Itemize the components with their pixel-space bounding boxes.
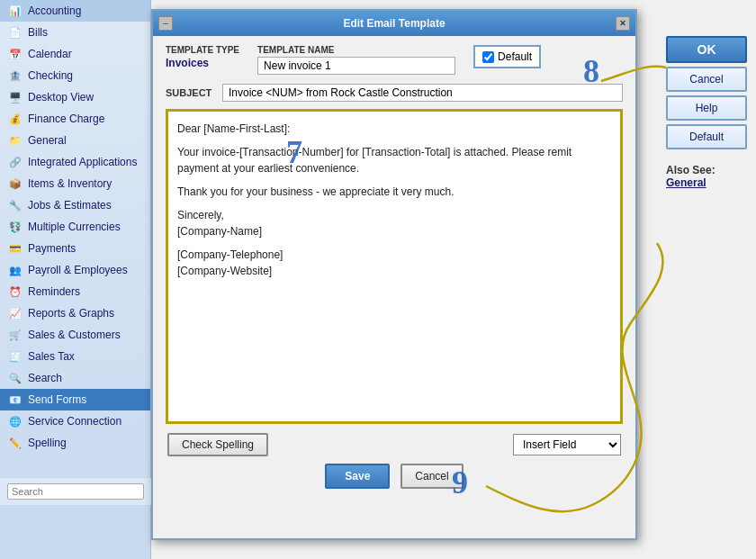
sidebar-item-integrated-applications[interactable]: 🔗Integrated Applications: [0, 151, 150, 173]
also-see-label: Also See:: [666, 164, 747, 176]
sidebar-label-14: Reports & Graphs: [28, 307, 114, 320]
sidebar-icon-17: 🔍: [7, 370, 23, 386]
minimize-button[interactable]: ─: [158, 16, 173, 31]
sidebar-icon-12: 👥: [7, 262, 23, 278]
sidebar-item-payments[interactable]: 💳Payments: [0, 238, 150, 259]
template-name-group: TEMPLATE NAME: [257, 45, 455, 75]
sidebar-label-3: Checking: [28, 69, 73, 82]
template-type-value: Invoices: [166, 57, 239, 69]
template-name-input[interactable]: [257, 57, 455, 75]
dialog-titlebar: ─ Edit Email Template ✕: [153, 11, 635, 36]
cancel-button[interactable]: Cancel: [666, 67, 747, 92]
sidebar-item-reports---graphs[interactable]: 📈Reports & Graphs: [0, 302, 150, 324]
sidebar-label-10: Multiple Currencies: [28, 221, 121, 233]
sidebar-icon-18: 📧: [7, 392, 23, 408]
template-name-label: TEMPLATE NAME: [257, 45, 455, 55]
sidebar-icon-14: 📈: [7, 305, 23, 321]
cancel-dialog-button[interactable]: Cancel: [400, 464, 463, 489]
sidebar-item-desktop-view[interactable]: 🖥️Desktop View: [0, 86, 150, 108]
sidebar-label-1: Bills: [28, 26, 48, 39]
sidebar-label-15: Sales & Customers: [28, 329, 121, 341]
sidebar-item-payroll---employees[interactable]: 👥Payroll & Employees: [0, 259, 150, 281]
sidebar-label-16: Sales Tax: [28, 350, 75, 363]
also-see-section: Also See: General: [666, 164, 747, 189]
default-checkbox-label: Default: [498, 50, 532, 63]
sidebar-label-0: Accounting: [28, 5, 81, 17]
sidebar-icon-7: 🔗: [7, 154, 23, 170]
template-type-label: TEMPLATE TYPE: [166, 45, 239, 55]
right-panel: OK Cancel Help Default Also See: General: [666, 36, 747, 189]
sidebar-icon-2: 📅: [7, 46, 23, 62]
sidebar-label-8: Items & Inventory: [28, 177, 112, 190]
default-button[interactable]: Default: [666, 124, 747, 149]
close-button[interactable]: ✕: [616, 16, 630, 31]
sidebar-item-items---inventory[interactable]: 📦Items & Inventory: [0, 173, 150, 194]
default-check[interactable]: [482, 51, 494, 63]
sidebar-icon-3: 🏦: [7, 68, 23, 84]
sidebar-label-19: Service Connection: [28, 415, 122, 428]
sidebar-item-calendar[interactable]: 📅Calendar: [0, 43, 150, 65]
check-spelling-button[interactable]: Check Spelling: [167, 433, 268, 456]
sidebar-label-20: Spelling: [28, 437, 67, 449]
sidebar-icon-19: 🌐: [7, 413, 23, 429]
sidebar-label-6: General: [28, 134, 67, 147]
sidebar-item-checking[interactable]: 🏦Checking: [0, 65, 150, 86]
sidebar-icon-5: 💰: [7, 111, 23, 127]
sidebar-icon-0: 📊: [7, 3, 23, 19]
save-cancel-row: Save Cancel: [166, 464, 623, 489]
sidebar-icon-13: ⏰: [7, 284, 23, 300]
template-type-group: TEMPLATE TYPE Invoices: [166, 45, 239, 69]
sidebar: 📊Accounting📄Bills📅Calendar🏦Checking🖥️Des…: [0, 0, 151, 559]
sidebar-icon-1: 📄: [7, 24, 23, 41]
dialog-body: TEMPLATE TYPE Invoices TEMPLATE NAME Def…: [153, 36, 635, 498]
sidebar-item-reminders[interactable]: ⏰Reminders: [0, 281, 150, 302]
subject-label: SUBJECT: [166, 87, 215, 98]
save-button[interactable]: Save: [325, 464, 390, 489]
sidebar-icon-6: 📁: [7, 132, 23, 149]
sidebar-label-18: Send Forms: [28, 393, 86, 406]
sidebar-label-5: Finance Charge: [28, 113, 104, 125]
sidebar-icon-9: 🔧: [7, 197, 23, 213]
insert-field-row: Insert Field: [513, 434, 621, 455]
sidebar-icon-20: ✏️: [7, 435, 23, 451]
sidebar-label-13: Reminders: [28, 285, 80, 298]
sidebar-item-search[interactable]: 🔍Search: [0, 367, 150, 389]
sidebar-item-multiple-currencies[interactable]: 💱Multiple Currencies: [0, 216, 150, 238]
sidebar-item-jobs---estimates[interactable]: 🔧Jobs & Estimates: [0, 194, 150, 216]
sidebar-item-send-forms[interactable]: 📧Send Forms: [0, 389, 150, 410]
sidebar-icon-16: 🧾: [7, 348, 23, 365]
sidebar-label-9: Jobs & Estimates: [28, 199, 112, 212]
sidebar-icon-11: 💳: [7, 240, 23, 257]
help-button[interactable]: Help: [666, 95, 747, 121]
general-link[interactable]: General: [666, 176, 747, 189]
sidebar-item-service-connection[interactable]: 🌐Service Connection: [0, 410, 150, 432]
sidebar-label-11: Payments: [28, 242, 76, 255]
search-input[interactable]: [7, 483, 144, 500]
dialog-bottom-bar: Check Spelling Insert Field: [166, 433, 623, 456]
sidebar-icon-15: 🛒: [7, 327, 23, 343]
dialog-title: Edit Email Template: [343, 17, 445, 30]
sidebar-label-12: Payroll & Employees: [28, 264, 128, 276]
sidebar-label-17: Search: [28, 372, 62, 384]
sidebar-icon-4: 🖥️: [7, 89, 23, 105]
sidebar-label-4: Desktop View: [28, 91, 94, 104]
sidebar-icon-8: 📦: [7, 176, 23, 192]
subject-input[interactable]: [222, 84, 623, 102]
sidebar-item-spelling[interactable]: ✏️Spelling: [0, 432, 150, 454]
sidebar-item-finance-charge[interactable]: 💰Finance Charge: [0, 108, 150, 130]
template-info-row: TEMPLATE TYPE Invoices TEMPLATE NAME Def…: [166, 45, 623, 75]
sidebar-icon-10: 💱: [7, 219, 23, 235]
sidebar-label-7: Integrated Applications: [28, 156, 137, 168]
edit-email-template-dialog: ─ Edit Email Template ✕ TEMPLATE TYPE In…: [151, 9, 637, 540]
sidebar-label-2: Calendar: [28, 48, 72, 60]
email-body[interactable]: Dear [Name-First-Last]: Your invoice-[Tr…: [166, 109, 623, 424]
default-checkbox[interactable]: Default: [473, 45, 541, 68]
sidebar-item-sales---customers[interactable]: 🛒Sales & Customers: [0, 324, 150, 346]
ok-button[interactable]: OK: [666, 36, 747, 63]
sidebar-item-general[interactable]: 📁General: [0, 130, 150, 151]
insert-field-select[interactable]: Insert Field: [513, 434, 621, 455]
sidebar-item-accounting[interactable]: 📊Accounting: [0, 0, 150, 22]
sidebar-item-bills[interactable]: 📄Bills: [0, 22, 150, 43]
titlebar-icons: ─: [158, 16, 173, 31]
sidebar-item-sales-tax[interactable]: 🧾Sales Tax: [0, 346, 150, 367]
